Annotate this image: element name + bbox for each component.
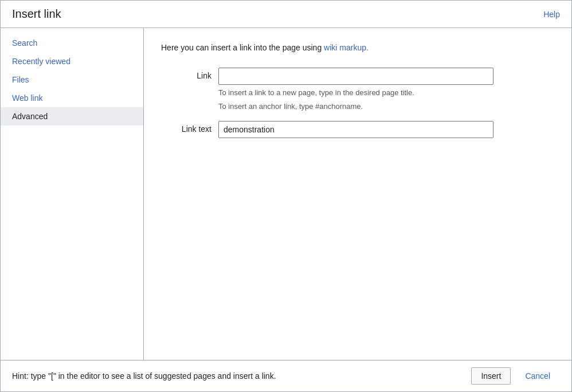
main-content: Here you can insert a link into the page…: [144, 28, 571, 360]
intro-text: Here you can insert a link into the page…: [161, 42, 554, 54]
insert-link-dialog: Insert link Help Search Recently viewed …: [0, 0, 572, 392]
sidebar-item-search[interactable]: Search: [1, 34, 143, 52]
sidebar-item-recently-viewed[interactable]: Recently viewed: [1, 52, 143, 70]
link-input-container: To insert a link to a new page, type in …: [218, 68, 493, 112]
footer-buttons: Insert Cancel: [471, 367, 560, 385]
link-text-input-container: [218, 121, 493, 138]
dialog-body: Search Recently viewed Files Web link Ad…: [1, 28, 571, 360]
help-link[interactable]: Help: [543, 10, 560, 19]
dialog-footer: Hint: type "[" in the editor to see a li…: [1, 360, 571, 391]
dialog-header: Insert link Help: [1, 1, 571, 28]
link-text-input[interactable]: [218, 121, 493, 138]
wiki-markup-link[interactable]: wiki markup.: [324, 43, 369, 52]
link-text-field-row: Link text: [161, 121, 554, 138]
dialog-title: Insert link: [12, 7, 61, 21]
link-field-row: Link To insert a link to a new page, typ…: [161, 68, 554, 112]
link-hint2: To insert an anchor link, type #anchorna…: [218, 101, 493, 112]
link-text-label: Link text: [161, 121, 218, 134]
sidebar-item-web-link[interactable]: Web link: [1, 89, 143, 107]
intro-prefix: Here you can insert a link into the page…: [161, 43, 324, 52]
cancel-button[interactable]: Cancel: [515, 367, 560, 385]
sidebar-item-files[interactable]: Files: [1, 70, 143, 89]
link-input[interactable]: [218, 68, 493, 85]
sidebar-item-advanced[interactable]: Advanced: [1, 107, 143, 126]
link-hint1: To insert a link to a new page, type in …: [218, 87, 493, 99]
link-label: Link: [161, 68, 218, 80]
footer-hint: Hint: type "[" in the editor to see a li…: [12, 371, 276, 381]
sidebar: Search Recently viewed Files Web link Ad…: [1, 28, 144, 360]
insert-button[interactable]: Insert: [471, 367, 511, 385]
